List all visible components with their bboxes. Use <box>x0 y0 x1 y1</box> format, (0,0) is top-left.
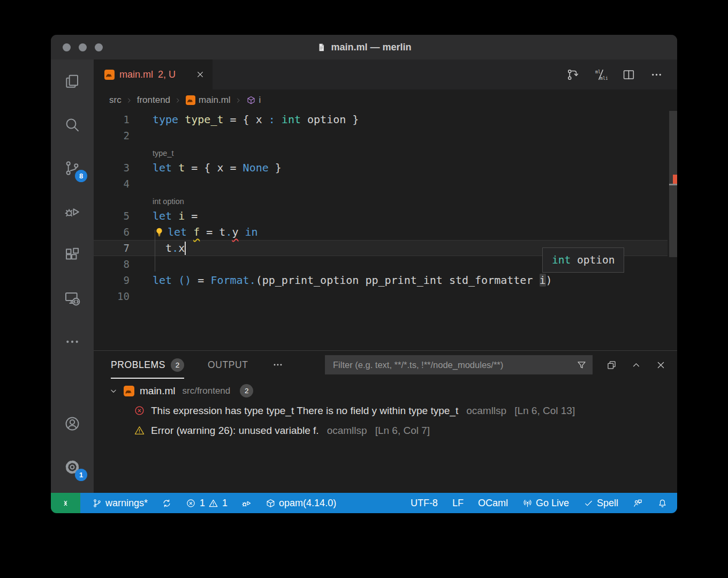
ml-mli-switch-button[interactable]: mlmli <box>594 68 608 81</box>
status-eol[interactable]: LF <box>452 498 464 509</box>
codelens[interactable]: type_t <box>94 144 668 160</box>
code-token: i <box>178 209 185 222</box>
bulb-icon[interactable] <box>154 227 165 238</box>
code-line-3[interactable]: 3let t = { x = None } <box>94 160 668 176</box>
code-line-4[interactable]: 4 <box>94 176 668 192</box>
feedback-icon <box>633 498 643 508</box>
code-line-9[interactable]: 9let () = Format.(pp_print_option pp_pri… <box>94 272 668 288</box>
panel-tab-problems[interactable]: PROBLEMS2 <box>111 351 184 379</box>
status-spell[interactable]: Spell <box>583 498 618 509</box>
breadcrumb-item-main-ml[interactable]: main.ml <box>186 95 231 106</box>
status-right-group: UTF-8LFOCamlGo LiveSpell <box>411 498 668 509</box>
camel-icon <box>124 386 134 396</box>
filter-icon[interactable] <box>576 359 587 371</box>
code-token: ) <box>546 274 552 287</box>
code-token: option } <box>301 113 359 126</box>
panel-tab-output[interactable]: OUTPUT <box>208 351 248 379</box>
status-branch[interactable]: warnings* <box>92 498 148 509</box>
activity-item-account[interactable] <box>51 402 94 445</box>
status-debug-console[interactable] <box>241 498 252 508</box>
problem-row-warning[interactable]: Error (warning 26): unused variable f.oc… <box>94 421 677 440</box>
status-notifications[interactable] <box>657 498 668 508</box>
code-token <box>172 274 178 287</box>
code-content: type type_t = { x : int option } <box>153 111 668 127</box>
vscode-window: main.ml — merlin 8 1 main.ml 2, U mlmli … <box>51 35 677 513</box>
code-token: = <box>191 274 210 287</box>
status-go-live[interactable]: Go Live <box>522 498 569 509</box>
line-number: 3 <box>94 162 153 174</box>
codelens[interactable]: int option <box>94 192 668 208</box>
breadcrumb-label: main.ml <box>199 95 231 106</box>
breadcrumb-item-src[interactable]: src <box>109 95 122 106</box>
account-icon <box>64 415 81 432</box>
chevron-down-icon[interactable] <box>109 386 118 396</box>
activity-item-explorer[interactable] <box>51 59 94 103</box>
breadcrumb-item-frontend[interactable]: frontend <box>137 95 170 106</box>
problems-file-row[interactable]: main.mlsrc/frontend2 <box>94 381 677 401</box>
code-line-6[interactable]: 6let f = t.y in <box>94 224 668 240</box>
line-number: 9 <box>94 274 153 286</box>
code-token: } <box>269 161 282 174</box>
status-bar: warnings*11opam(4.14.0)UTF-8LFOCamlGo Li… <box>51 493 677 513</box>
activity-item-more[interactable] <box>51 320 94 363</box>
text-cursor <box>185 242 186 255</box>
traffic-lights <box>63 43 103 51</box>
error-circle-icon <box>186 498 196 508</box>
code-editor[interactable]: 1type type_t = { x : int option }2type_t… <box>94 111 677 350</box>
code-token: (pp_print_option pp_print_int std_format… <box>256 274 540 287</box>
status-label: Go Live <box>536 498 569 509</box>
code-line-5[interactable]: 5let i = <box>94 208 668 224</box>
open-in-editor-icon[interactable] <box>606 359 617 371</box>
problem-location: [Ln 6, Col 7] <box>375 425 430 437</box>
maximize-panel-icon[interactable] <box>631 359 642 371</box>
activity-item-run-debug[interactable] <box>51 190 94 233</box>
code-line-10[interactable]: 10 <box>94 288 668 304</box>
problems-filter <box>325 355 593 374</box>
status-language-mode[interactable]: OCaml <box>478 498 508 509</box>
problems-filter-input[interactable] <box>332 359 576 371</box>
title-bar[interactable]: main.ml — merlin <box>51 35 677 59</box>
code-token: = { x <box>223 113 268 126</box>
code-token: . <box>225 226 232 238</box>
symbol-cube-icon <box>246 95 256 105</box>
status-problems-summary[interactable]: 11 <box>186 498 228 509</box>
breadcrumb-item-i[interactable]: i <box>246 95 261 106</box>
code-token: let <box>153 274 172 287</box>
split-editor-button[interactable] <box>622 68 635 81</box>
tab-bar: main.ml 2, U mlmli <box>94 59 677 89</box>
problem-row-error[interactable]: This expression has type type_t There is… <box>94 401 677 421</box>
ocaml-file-icon <box>104 70 115 80</box>
code-line-1[interactable]: 1type type_t = { x : int option } <box>94 111 668 127</box>
status-encoding[interactable]: UTF-8 <box>411 498 438 509</box>
close-panel-icon[interactable] <box>655 359 666 371</box>
activity-item-extensions[interactable] <box>51 233 94 276</box>
more-actions-button[interactable] <box>650 68 663 81</box>
code-line-2[interactable]: 2 <box>94 127 668 144</box>
code-token: : <box>269 113 275 126</box>
more-icon <box>64 333 81 350</box>
open-changes-button[interactable] <box>566 68 580 81</box>
status-opam-switch[interactable]: opam(4.14.0) <box>266 498 336 509</box>
overview-ruler[interactable] <box>668 111 677 350</box>
close-window-button[interactable] <box>63 43 71 51</box>
line-number: 1 <box>94 114 153 125</box>
zoom-window-button[interactable] <box>95 43 103 51</box>
activity-item-remote-explorer[interactable] <box>51 276 94 320</box>
minimize-window-button[interactable] <box>79 43 87 51</box>
tab-main-ml[interactable]: main.ml 2, U <box>94 59 213 89</box>
tab-close-icon[interactable] <box>195 70 205 79</box>
camel-icon <box>186 95 195 105</box>
debug-icon <box>64 203 81 220</box>
remote-indicator[interactable] <box>51 493 80 513</box>
status-sync[interactable] <box>162 498 172 508</box>
activity-item-source-control[interactable]: 8 <box>51 146 94 190</box>
status-feedback[interactable] <box>633 498 643 508</box>
panel-more-icon[interactable] <box>272 359 284 371</box>
line-number: 7 <box>94 242 153 254</box>
code-token: = <box>185 209 198 222</box>
activity-item-settings[interactable]: 1 <box>51 445 94 489</box>
editor-actions: mlmli <box>566 59 677 89</box>
activity-item-search[interactable] <box>51 103 94 146</box>
activity-bar: 8 1 <box>51 59 94 493</box>
code-token: let <box>153 209 172 222</box>
